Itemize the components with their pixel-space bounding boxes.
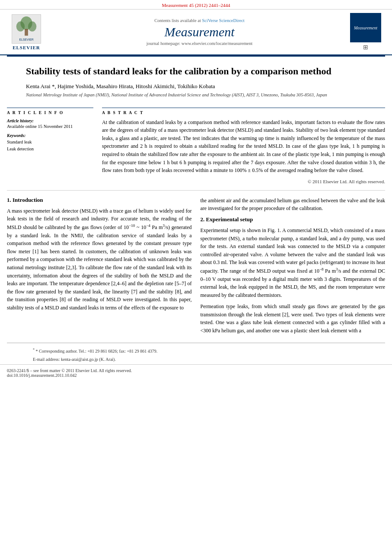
- journal-center: Contents lists available at SciVerse Sci…: [53, 18, 346, 46]
- body-section: 1. Introduction A mass spectrometer leak…: [0, 197, 392, 338]
- experimental-heading: 2. Experimental setup: [201, 216, 386, 223]
- article-affiliation: National Metrology Institute of Japan (N…: [26, 92, 366, 97]
- journal-right: Measurement ⊞: [346, 13, 385, 51]
- keyword-1: Standard leak: [7, 139, 93, 146]
- journal-title-display: Measurement: [53, 25, 346, 39]
- experimental-para1: Experimental setup is shown in Fig. 1. A…: [201, 226, 386, 299]
- article-info-box: A R T I C L E I N F O Article history: A…: [7, 108, 93, 153]
- introduction-heading: 1. Introduction: [7, 197, 192, 204]
- svg-point-3: [16, 21, 25, 31]
- introduction-para1: A mass spectrometer leak detector (MSLD)…: [7, 207, 192, 312]
- svg-text:ELSEVIER: ELSEVIER: [19, 38, 33, 41]
- expand-icon: ⊞: [363, 44, 368, 51]
- experimental-para2: Permeation type leaks, from which small …: [201, 303, 386, 334]
- history-label: Article history:: [7, 118, 93, 123]
- intro-continuation: the ambient air and the accumulated heli…: [201, 197, 386, 213]
- article-footer: * * Corresponding author. Tel.: +81 29 8…: [7, 343, 385, 363]
- svg-point-4: [28, 21, 36, 31]
- sciverse-line: Contents lists available at SciVerse Sci…: [53, 18, 346, 23]
- measurement-icon-box: Measurement: [350, 13, 381, 42]
- keyword-2: Leak detection: [7, 146, 93, 153]
- keywords-label: Keywords:: [7, 133, 93, 138]
- abstract-heading: A B S T R A C T: [102, 111, 385, 115]
- article-authors: Kenta Arai *, Hajime Yoshida, Masahiro H…: [26, 83, 366, 90]
- keywords-list: Standard leak Leak detection: [7, 139, 93, 153]
- article-header: Stability tests of standard leaks for th…: [0, 57, 392, 108]
- abstract-col: A B S T R A C T At the calibration of st…: [102, 108, 385, 184]
- footnote-email: E-mail address: kenta-arai@aist.go.jp (K…: [33, 356, 359, 363]
- svg-rect-2: [25, 29, 28, 36]
- elsevier-brand: ELSEVIER: [13, 45, 40, 50]
- available-online: Available online 15 November 2011: [7, 124, 93, 129]
- article-info-heading: A R T I C L E I N F O: [7, 111, 93, 115]
- info-abstract-section: A R T I C L E I N F O Article history: A…: [0, 108, 392, 184]
- article-title: Stability tests of standard leaks for th…: [26, 65, 366, 78]
- elsevier-tree-logo: ELSEVIER: [12, 14, 41, 44]
- elsevier-logo: ELSEVIER ELSEVIER: [7, 14, 46, 50]
- sciverse-link[interactable]: SciVerse ScienceDirect: [202, 18, 244, 23]
- abstract-box: A B S T R A C T At the calibration of st…: [102, 108, 385, 184]
- introduction-col: 1. Introduction A mass spectrometer leak…: [7, 197, 192, 338]
- abstract-text: At the calibration of standard leaks by …: [102, 118, 385, 175]
- abstract-copyright: © 2011 Elsevier Ltd. All rights reserved…: [102, 179, 385, 184]
- footer-copyright: 0263-2241/$ – see front matter © 2011 El…: [0, 364, 392, 379]
- section-divider: [7, 190, 385, 191]
- experimental-col: the ambient air and the accumulated heli…: [201, 197, 386, 338]
- journal-header: ELSEVIER ELSEVIER Contents lists availab…: [0, 10, 392, 55]
- issue-text: Measurement 45 (2012) 2441–2444: [162, 3, 230, 8]
- journal-issue-info: Measurement 45 (2012) 2441–2444: [0, 0, 392, 10]
- article-info-col: A R T I C L E I N F O Article history: A…: [7, 108, 93, 184]
- journal-homepage: journal homepage: www.elsevier.com/locat…: [53, 41, 346, 46]
- footnote-corresponding: * * Corresponding author. Tel.: +81 29 8…: [33, 347, 359, 354]
